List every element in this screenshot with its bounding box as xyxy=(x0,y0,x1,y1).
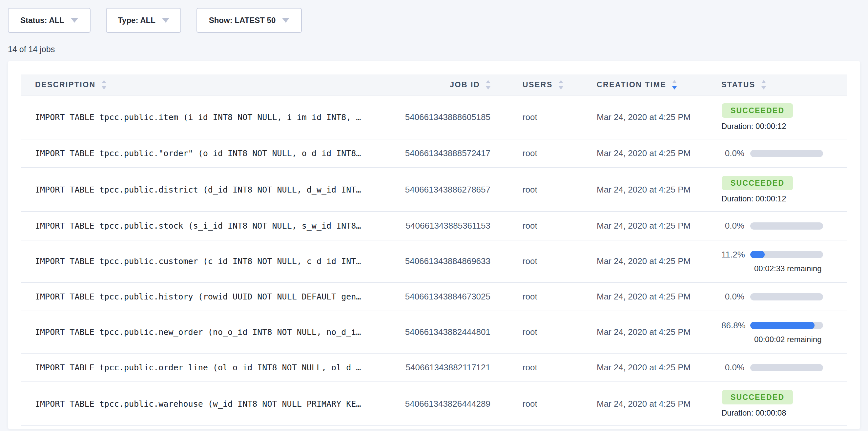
progress-bar-track xyxy=(750,364,823,371)
job-status-cell: 86.8%00:00:02 remaining xyxy=(721,320,847,344)
progress-percent: 86.8% xyxy=(721,320,744,331)
sort-arrows-icon xyxy=(102,80,106,90)
job-duration: Duration: 00:00:12 xyxy=(721,194,847,203)
type-filter-dropdown[interactable]: Type: ALL xyxy=(106,8,181,33)
job-creation-time: Mar 24, 2020 at 4:25 PM xyxy=(597,112,721,122)
sort-arrows-icon xyxy=(486,80,490,90)
progress-bar-track xyxy=(750,222,823,229)
status-badge-succeeded: SUCCEEDED xyxy=(722,103,793,118)
column-header-job_id[interactable]: JOB ID xyxy=(382,80,490,90)
job-description-link[interactable]: IMPORT TABLE tpcc.public.customer (c_id … xyxy=(21,256,382,266)
job-description-link[interactable]: IMPORT TABLE tpcc.public.new_order (no_o… xyxy=(21,327,382,337)
job-status-cell: SUCCEEDEDDuration: 00:00:12 xyxy=(721,176,847,203)
sort-arrows-icon xyxy=(762,80,766,90)
column-header-description[interactable]: DESCRIPTION xyxy=(21,80,382,90)
chevron-down-icon xyxy=(71,18,78,23)
progress-bar-track xyxy=(750,322,823,329)
progress-line: 0.0% xyxy=(721,148,847,158)
progress-line: 86.8% xyxy=(721,320,847,331)
sort-asc-icon xyxy=(559,80,563,83)
progress-bar-track xyxy=(750,293,823,301)
table-row: IMPORT TABLE tpcc.public.customer (c_id … xyxy=(21,240,847,283)
progress-percent: 0.0% xyxy=(721,291,744,302)
progress-percent: 0.0% xyxy=(721,363,744,373)
progress-bar-fill xyxy=(750,251,765,258)
sort-asc-icon xyxy=(672,80,677,83)
sort-desc-icon xyxy=(486,86,490,90)
sort-asc-icon xyxy=(486,80,490,83)
job-user: root xyxy=(490,221,597,231)
progress-line: 11.2% xyxy=(721,250,847,260)
job-creation-time: Mar 24, 2020 at 4:25 PM xyxy=(597,327,721,337)
column-header-label: DESCRIPTION xyxy=(35,80,96,89)
job-user: root xyxy=(490,256,597,266)
progress-line: 0.0% xyxy=(721,363,847,373)
progress-percent: 0.0% xyxy=(721,221,744,231)
job-user: root xyxy=(490,363,597,373)
job-duration: Duration: 00:00:12 xyxy=(721,122,847,131)
table-header: DESCRIPTIONJOB IDUSERSCREATION TIMESTATU… xyxy=(21,74,847,95)
progress-percent: 0.0% xyxy=(721,148,744,158)
table-row: IMPORT TABLE tpcc.public."order" (o_id I… xyxy=(21,140,847,168)
column-header-users[interactable]: USERS xyxy=(490,80,597,90)
column-header-label: STATUS xyxy=(721,80,755,89)
column-header-creation_time[interactable]: CREATION TIME xyxy=(597,80,721,90)
job-creation-time: Mar 24, 2020 at 4:25 PM xyxy=(597,148,721,158)
job-user: root xyxy=(490,185,597,195)
progress-percent: 11.2% xyxy=(721,250,744,260)
job-status-cell: SUCCEEDEDDuration: 00:00:12 xyxy=(721,103,847,131)
column-header-label: USERS xyxy=(523,80,553,89)
sort-asc-icon xyxy=(102,80,106,83)
show-filter-label: Show: LATEST 50 xyxy=(209,16,276,25)
column-header-label: CREATION TIME xyxy=(597,80,666,89)
job-user: root xyxy=(490,291,597,302)
jobs-page: Status: ALL Type: ALL Show: LATEST 50 14… xyxy=(0,0,868,429)
table-body: IMPORT TABLE tpcc.public.item (i_id INT8… xyxy=(21,95,847,426)
table-row: IMPORT TABLE tpcc.public.district (d_id … xyxy=(21,168,847,212)
table-row: IMPORT TABLE tpcc.public.item (i_id INT8… xyxy=(21,95,847,140)
table-row: IMPORT TABLE tpcc.public.warehouse (w_id… xyxy=(21,382,847,426)
progress-line: 0.0% xyxy=(721,221,847,231)
job-creation-time: Mar 24, 2020 at 4:25 PM xyxy=(597,291,721,302)
job-status-cell: 0.0% xyxy=(721,148,847,158)
job-user: root xyxy=(490,327,597,337)
sort-arrows-icon xyxy=(559,80,563,90)
table-row: IMPORT TABLE tpcc.public.history (rowid … xyxy=(21,283,847,311)
status-filter-dropdown[interactable]: Status: ALL xyxy=(8,8,91,33)
job-description-link[interactable]: IMPORT TABLE tpcc.public.district (d_id … xyxy=(21,185,382,194)
job-description-link[interactable]: IMPORT TABLE tpcc.public.stock (s_i_id I… xyxy=(21,221,382,230)
job-id: 540661343888605185 xyxy=(382,112,490,122)
sort-desc-icon xyxy=(762,86,766,90)
job-creation-time: Mar 24, 2020 at 4:25 PM xyxy=(597,256,721,266)
job-id: 540661343885361153 xyxy=(382,221,490,231)
job-status-cell: SUCCEEDEDDuration: 00:00:08 xyxy=(721,390,847,418)
progress-bar-track xyxy=(750,251,823,258)
job-user: root xyxy=(490,148,597,158)
status-badge-succeeded: SUCCEEDED xyxy=(722,390,793,404)
job-description-link[interactable]: IMPORT TABLE tpcc.public.history (rowid … xyxy=(21,292,382,302)
job-id: 540661343888572417 xyxy=(382,148,490,158)
jobs-count-summary: 14 of 14 jobs xyxy=(8,44,868,54)
job-user: root xyxy=(490,399,597,409)
job-creation-time: Mar 24, 2020 at 4:25 PM xyxy=(597,399,721,409)
job-status-cell: 11.2%00:02:33 remaining xyxy=(721,250,847,273)
status-filter-label: Status: ALL xyxy=(20,16,64,25)
status-badge-succeeded: SUCCEEDED xyxy=(722,176,793,190)
job-description-link[interactable]: IMPORT TABLE tpcc.public."order" (o_id I… xyxy=(21,149,382,158)
job-id: 540661343882117121 xyxy=(382,363,490,373)
progress-line: 0.0% xyxy=(721,291,847,302)
sort-desc-icon xyxy=(672,86,677,90)
type-filter-label: Type: ALL xyxy=(118,16,155,25)
job-description-link[interactable]: IMPORT TABLE tpcc.public.item (i_id INT8… xyxy=(21,113,382,122)
job-description-link[interactable]: IMPORT TABLE tpcc.public.warehouse (w_id… xyxy=(21,399,382,409)
column-header-status[interactable]: STATUS xyxy=(721,80,847,90)
job-duration: Duration: 00:00:08 xyxy=(721,408,847,418)
time-remaining: 00:00:02 remaining xyxy=(754,335,847,344)
job-description-link[interactable]: IMPORT TABLE tpcc.public.order_line (ol_… xyxy=(21,363,382,372)
show-filter-dropdown[interactable]: Show: LATEST 50 xyxy=(196,8,302,33)
filter-bar: Status: ALL Type: ALL Show: LATEST 50 xyxy=(0,0,868,33)
job-status-cell: 0.0% xyxy=(721,221,847,231)
sort-arrows-icon xyxy=(672,80,677,90)
sort-desc-icon xyxy=(102,86,106,90)
chevron-down-icon xyxy=(282,18,289,23)
